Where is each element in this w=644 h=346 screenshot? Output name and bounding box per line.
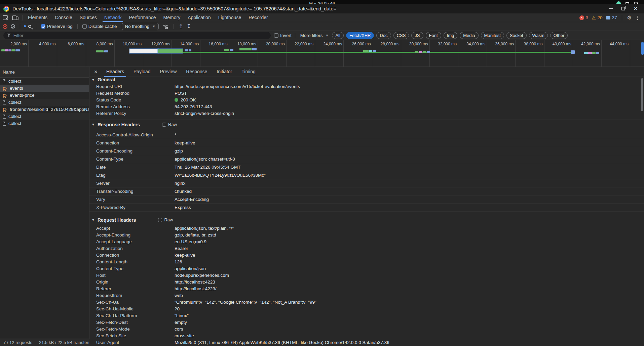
detail-tab[interactable]: Timing: [237, 67, 260, 77]
devtools-tab[interactable]: Memory: [160, 13, 184, 22]
header-name: Content-Type: [96, 157, 175, 162]
request-type-pill[interactable]: Media: [460, 32, 478, 39]
section-title: Request Headers: [98, 217, 136, 223]
name-column-header[interactable]: Name: [0, 67, 89, 78]
network-status-bar: 7 / 12 requests 21.5 kB / 22.5 kB transf…: [0, 339, 89, 346]
search-icon[interactable]: [28, 25, 31, 28]
header-value: keep-alive: [175, 253, 195, 258]
request-row[interactable]: events: [0, 85, 89, 92]
minimize-button[interactable]: [609, 8, 613, 9]
header-name: Content-Type: [96, 266, 175, 271]
network-overview-timeline[interactable]: 2,000 ms 4,000 ms 6,000 ms 8,000 ms 10,0…: [0, 40, 644, 67]
settings-gear-icon[interactable]: ⚙: [627, 15, 632, 20]
header-row: Sec-Ch-Ua-Platform "Linux": [89, 312, 644, 319]
devtools-tab[interactable]: Application: [184, 13, 215, 22]
filter-input[interactable]: [13, 33, 267, 38]
close-detail-icon[interactable]: ×: [91, 69, 100, 75]
network-filter-bar: Invert More filters ▼ All Fetch/XHR Doc …: [0, 31, 644, 40]
request-name: collect: [8, 79, 21, 84]
header-row: User-Agent Mozilla/5.0 (X11; Linux x86_6…: [89, 339, 644, 346]
request-type-pill[interactable]: Socket: [506, 32, 527, 39]
raw-toggle[interactable]: Raw: [162, 122, 177, 127]
section-title: General: [98, 77, 115, 82]
header-name: Etag: [96, 173, 175, 178]
request-type-pill[interactable]: JS: [411, 32, 423, 39]
more-filters-button[interactable]: More filters ▼: [299, 33, 329, 38]
request-type-pill[interactable]: Font: [426, 32, 441, 39]
devtools-tab[interactable]: Elements: [24, 13, 51, 22]
device-toolbar-icon[interactable]: [12, 15, 18, 20]
request-type-pills: All Fetch/XHR Doc CSS JS Font Img Media …: [332, 32, 568, 39]
more-options-kebab-icon[interactable]: ⋮: [635, 15, 640, 21]
waterfall-bar: [252, 48, 257, 50]
request-row[interactable]: collect: [0, 78, 89, 85]
invert-checkbox[interactable]: Invert: [274, 33, 292, 38]
request-type-pill[interactable]: Other: [550, 32, 568, 39]
raw-toggle[interactable]: Raw: [158, 217, 173, 222]
waterfall-bar: [571, 50, 575, 54]
request-type-pill[interactable]: All: [332, 32, 343, 39]
header-row: Accept-Encoding gzip, deflate, br, zstd: [89, 232, 644, 239]
clear-network-log-button[interactable]: [11, 24, 15, 29]
request-row[interactable]: collect: [0, 120, 89, 127]
request-row[interactable]: collect: [0, 99, 89, 106]
restore-button[interactable]: [621, 7, 625, 10]
preserve-log-label: Preserve log: [47, 24, 73, 29]
request-type-pill[interactable]: Fetch/XHR: [346, 32, 374, 39]
detail-tab[interactable]: Headers: [102, 67, 129, 77]
detail-tab[interactable]: Preview: [155, 67, 182, 77]
close-window-button[interactable]: ✕: [634, 7, 638, 10]
preserve-log-checkbox[interactable]: Preserve log: [41, 24, 73, 29]
detail-scrollbar-thumb[interactable]: [641, 78, 643, 111]
request-type-pill[interactable]: CSS: [393, 32, 409, 39]
waterfall-bar: [588, 52, 592, 54]
response-headers-section-header[interactable]: ▼ Response Headers Raw: [89, 120, 644, 128]
network-conditions-icon[interactable]: [162, 24, 169, 29]
divider: [174, 24, 174, 29]
error-badge-icon[interactable]: ✕: [579, 15, 584, 20]
waterfall-bar: [369, 50, 372, 52]
devtools-tab[interactable]: Sources: [76, 13, 101, 22]
import-har-icon[interactable]: ↥: [179, 24, 183, 29]
header-name: Remote Address: [96, 104, 175, 109]
waterfall-bar: [373, 50, 376, 52]
waterfall-bar: [104, 50, 108, 52]
devtools-tab[interactable]: Recorder: [245, 13, 272, 22]
waterfall-bar: [363, 50, 369, 52]
request-type-pill[interactable]: Img: [444, 32, 458, 39]
detail-tab[interactable]: Response: [181, 67, 212, 77]
request-name: events: [10, 86, 23, 91]
waterfall-bar: [183, 52, 572, 53]
request-row[interactable]: frontend?sessionId=276150429&appNam...: [0, 106, 89, 113]
header-row: Remote Address 54.203.76.117:443: [89, 104, 644, 111]
devtools-tab[interactable]: Lighthouse: [215, 13, 245, 22]
warning-icon[interactable]: ⚠: [592, 15, 596, 20]
throttling-select[interactable]: No throttling ▼: [122, 23, 159, 30]
inspect-element-icon[interactable]: [3, 15, 9, 20]
disable-cache-checkbox[interactable]: Disable cache: [82, 24, 117, 29]
request-type-icon: [3, 79, 6, 83]
export-har-icon[interactable]: ↧: [187, 24, 191, 29]
general-section-header[interactable]: ▼ General: [89, 77, 644, 84]
requests-panel: Name collect events ev: [0, 67, 89, 346]
request-row[interactable]: events-price: [0, 92, 89, 99]
record-network-log-button[interactable]: [3, 24, 7, 29]
devtools-tab[interactable]: Network: [101, 13, 125, 22]
header-value: Bearer: [175, 246, 188, 251]
request-row[interactable]: collect: [0, 113, 89, 120]
request-type-pill[interactable]: Wasm: [529, 32, 548, 39]
header-name: Connection: [96, 140, 175, 145]
detail-tab[interactable]: Initiator: [212, 67, 237, 77]
devtools-tab[interactable]: Performance: [125, 13, 159, 22]
devtools-tab[interactable]: Console: [51, 13, 76, 22]
request-type-pill[interactable]: Manifest: [481, 32, 504, 39]
request-headers-section-header[interactable]: ▼ Request Headers Raw: [89, 215, 644, 224]
detail-tab[interactable]: Payload: [129, 67, 155, 77]
divider: [295, 33, 295, 38]
header-value: Thu, 26 Mar 2026 09:45:54 GMT: [175, 165, 241, 170]
request-type-pill[interactable]: Doc: [376, 32, 391, 39]
raw-checkbox-box: [162, 123, 166, 127]
issues-icon[interactable]: [606, 16, 610, 19]
error-count: 3: [586, 15, 589, 20]
request-type-icon: [3, 86, 7, 91]
